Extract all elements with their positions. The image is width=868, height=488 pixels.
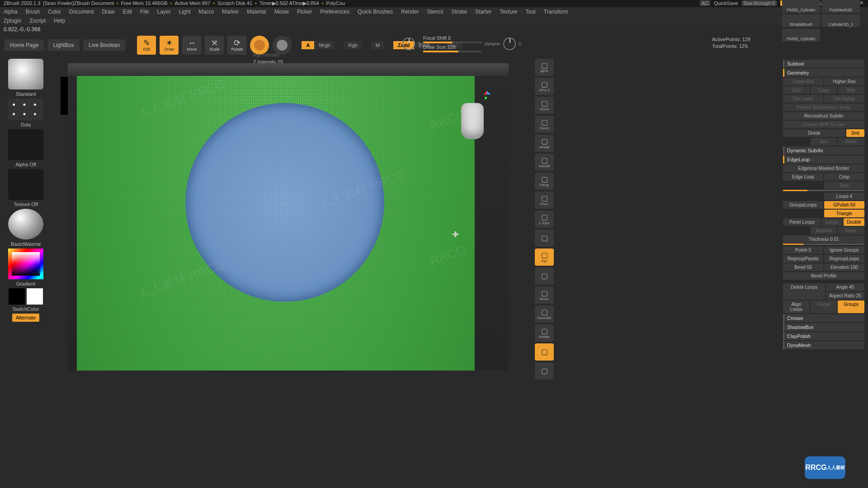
switchcolor-label[interactable]: SwitchColor	[13, 306, 39, 312]
freeze-subdiv-button[interactable]: Freeze SubDivision Levels	[783, 103, 864, 111]
view-l.sym[interactable]: ▢L.Sym	[535, 211, 554, 228]
menu-document[interactable]: Document	[69, 9, 94, 15]
menu-brush[interactable]: Brush	[26, 9, 40, 15]
loops-slider[interactable]: Loops	[822, 218, 843, 226]
rotate-mode-button[interactable]: ⟳Rotate	[227, 36, 246, 55]
inner-toggle[interactable]: Inner	[838, 227, 864, 235]
sculptris-button[interactable]	[273, 36, 292, 55]
groups-toggle[interactable]: Groups	[838, 300, 864, 313]
alpha-swatch[interactable]	[8, 129, 43, 160]
stroke-swatch[interactable]	[8, 99, 43, 120]
color-main[interactable]	[9, 288, 25, 305]
cage-button[interactable]: Cage	[811, 86, 837, 94]
draw-size-slider[interactable]: Draw Size 228	[423, 44, 482, 52]
menu-zplugin[interactable]: Zplugin	[4, 18, 21, 24]
mrgb-toggle[interactable]: Mrgb	[314, 41, 335, 49]
color-picker[interactable]	[8, 249, 43, 279]
view-move[interactable]: ▢Move	[535, 286, 554, 304]
align-loops-button[interactable]: Align Loops	[783, 300, 810, 313]
crease-header[interactable]: Crease	[783, 314, 864, 322]
menu-alpha[interactable]: Alpha	[4, 9, 18, 15]
view-btn15[interactable]: ▢	[535, 343, 554, 361]
menu-render[interactable]: Render	[401, 9, 419, 15]
append-toggle[interactable]: Append	[811, 227, 837, 235]
geometry-header[interactable]: Geometry	[783, 69, 864, 77]
double-toggle[interactable]: Double	[844, 218, 864, 226]
material-swatch[interactable]	[8, 209, 43, 239]
elevation-slider[interactable]: Elevation 100	[824, 263, 864, 271]
panel-loops-button[interactable]: Panel Loops	[783, 218, 821, 226]
brush-swatch[interactable]	[8, 59, 43, 89]
menu-movie[interactable]: Movie	[274, 9, 289, 15]
tool-thumb[interactable]: SimpleBrush	[782, 14, 820, 27]
menu-picker[interactable]: Picker	[297, 9, 312, 15]
bevel-profile-curve[interactable]: Bevel Profile	[783, 272, 864, 280]
crisp-button[interactable]: Crisp	[824, 173, 864, 181]
menu-layer[interactable]: Layer	[157, 9, 171, 15]
reconstruct-button[interactable]: Reconstruct Subdiv	[783, 112, 864, 120]
view-scroll[interactable]: ▢Scroll	[535, 97, 554, 114]
tool-thumb[interactable]: PolyMesh3D	[822, 0, 860, 13]
menu-draw[interactable]: Draw	[102, 9, 114, 15]
regroup-loops-button[interactable]: RegroupLoops	[824, 255, 864, 263]
menu-stroke[interactable]: Stroke	[451, 9, 467, 15]
edgeloop-header[interactable]: EdgeLoop	[783, 155, 864, 164]
view-bpr[interactable]: ▢BPR	[535, 59, 554, 76]
partial-toggle[interactable]: Partial	[811, 300, 837, 313]
color-secondary[interactable]	[27, 288, 43, 305]
gizmo-button[interactable]	[250, 36, 269, 55]
view-btn9[interactable]: ▢	[535, 230, 554, 247]
d-dial[interactable]	[503, 38, 516, 50]
thickness-slider[interactable]: Thickness 0.01	[783, 235, 864, 243]
scale-mode-button[interactable]: ⤧Scale	[205, 36, 224, 55]
menu-starter[interactable]: Starter	[475, 9, 491, 15]
rgb-toggle[interactable]: Rgb	[344, 41, 362, 49]
view-floor[interactable]: ▢Floor	[535, 192, 554, 209]
nav-gizmo[interactable]: ◢◣▼	[454, 89, 491, 144]
aspect-slider[interactable]: Aspect Ratio 25	[826, 292, 864, 300]
view-xyz[interactable]: ▢Xyz	[535, 249, 554, 266]
loops4-slider[interactable]: Loops 4	[824, 192, 864, 200]
menu-transform[interactable]: Transform	[544, 9, 568, 15]
dynamic-subdiv-header[interactable]: Dynamic Subdiv	[783, 146, 864, 155]
texture-swatch[interactable]	[8, 169, 43, 200]
menu-macro[interactable]: Macro	[199, 9, 214, 15]
view-actual[interactable]: ▢Actual	[535, 135, 554, 152]
edge-loop-button[interactable]: Edge Loop	[783, 173, 823, 181]
menu-help[interactable]: Help	[54, 18, 65, 24]
del-higher-button[interactable]: Del Higher	[824, 95, 864, 103]
seethrough-slider[interactable]: See-through 0	[742, 0, 777, 6]
viewport[interactable]: ◢◣▼ ✚	[68, 63, 509, 371]
menu-marker[interactable]: Marker	[222, 9, 239, 15]
menu-quick brushes[interactable]: Quick Brushes	[358, 9, 393, 15]
a-toggle[interactable]: A	[302, 41, 314, 49]
edgeloop-masked-button[interactable]: Edgeloop Masked Border	[783, 164, 864, 172]
convert-bpr-button[interactable]: Convert BPR To Geo	[783, 121, 864, 128]
alternate-button[interactable]: Alternate	[12, 314, 39, 322]
polish-slider[interactable]: Polish 5	[783, 246, 823, 254]
delete-loops-button[interactable]: Delete Loops	[783, 283, 825, 300]
ignore-groups-button[interactable]: Ignore Groups	[824, 246, 864, 254]
lower-res-button[interactable]: Lower Res	[783, 78, 823, 85]
tool-thumb[interactable]: Cylinder3D_1	[822, 14, 860, 27]
rstr-button[interactable]: Rstr	[838, 86, 864, 94]
reuv-button[interactable]: ReUV	[838, 138, 864, 145]
claypolish-header[interactable]: ClayPolish	[783, 332, 864, 340]
suv-button[interactable]: Suv	[811, 138, 837, 145]
groupsloops-button[interactable]: GroupsLoops	[783, 201, 823, 209]
m-toggle[interactable]: M	[371, 41, 384, 49]
angle-slider[interactable]: Angle 45	[826, 283, 864, 291]
view-spix 3[interactable]: ▢SPix 3	[535, 78, 554, 95]
del-lower-button[interactable]: Del Lower	[783, 95, 823, 103]
quicksave-button[interactable]: QuickSave	[714, 0, 738, 6]
divide-button[interactable]: Divide	[783, 129, 845, 137]
menu-edit[interactable]: Edit	[123, 9, 132, 15]
view-rotate[interactable]: ▢Rotate	[535, 324, 554, 342]
dynamesh-header[interactable]: DynaMesh	[783, 341, 864, 349]
view-zoom3d[interactable]: ▢Zoom3D	[535, 305, 554, 323]
view-persp[interactable]: ▢Persp	[535, 173, 554, 190]
menu-zscript[interactable]: Zscript	[29, 18, 46, 24]
view-aahalf[interactable]: ▢AAHalf	[535, 154, 554, 171]
menu-file[interactable]: File	[140, 9, 149, 15]
edit-mode-button[interactable]: ✎Edit	[137, 36, 156, 55]
